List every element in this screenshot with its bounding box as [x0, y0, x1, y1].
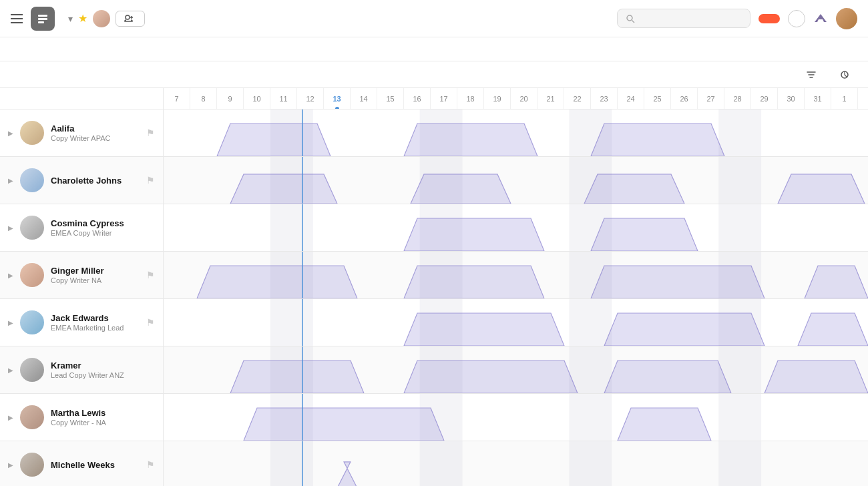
person-details-jack: Jack EdwardsEMEA Marketing Lead [51, 313, 140, 332]
person-name-michelle: Michelle Weeks [51, 460, 140, 470]
expand-icon-kramer[interactable]: ▶ [8, 367, 13, 374]
search-input[interactable] [639, 13, 732, 23]
expand-icon-ginger[interactable]: ▶ [8, 272, 13, 279]
date-cell-9: 9 [217, 88, 244, 109]
person-details-cosmina: Cosmina CypressEMEA Copy Writer [51, 218, 155, 237]
person-role-kramer: Lead Copy Writer ANZ [51, 371, 155, 379]
avatar-jack [20, 310, 44, 334]
svg-rect-0 [38, 15, 47, 17]
person-row-martha: ▶Martha LewisCopy Writer - NA [0, 394, 868, 441]
avatar-cosmina [20, 216, 44, 240]
person-row-kramer: ▶KramerLead Copy Writer ANZ [0, 346, 868, 394]
person-name-ginger: Ginger Miller [51, 266, 140, 276]
color-button[interactable] [835, 67, 857, 82]
person-info-michelle[interactable]: ▶Michelle Weeks⚑ [0, 441, 164, 486]
person-info-martha[interactable]: ▶Martha LewisCopy Writer - NA [0, 394, 164, 441]
workload-chart-aalifa [164, 109, 868, 156]
svg-rect-45 [569, 441, 612, 486]
date-cell-23: 23 [591, 88, 618, 109]
date-cell-30: 30 [778, 88, 805, 109]
date-cell-21: 21 [537, 88, 564, 109]
avatar-ginger [20, 263, 44, 287]
rows-container[interactable]: ▶AalifaCopy Writer APAC⚑▶Charolette John… [0, 109, 868, 486]
flag-icon-jack: ⚑ [146, 317, 155, 328]
date-header-dates: 7891011121314151617181920212223242526272… [164, 88, 868, 109]
person-name-jack: Jack Edwards [51, 313, 140, 323]
date-cell-11: 11 [270, 88, 297, 109]
favorite-star-icon[interactable]: ★ [78, 12, 87, 25]
person-row-charolette: ▶Charolette Johns⚑ [0, 157, 868, 204]
color-icon [840, 70, 849, 79]
person-role-cosmina: EMEA Copy Writer [51, 229, 155, 237]
avatar-kramer [20, 358, 44, 382]
join-button[interactable] [116, 11, 145, 27]
expand-icon-martha[interactable]: ▶ [8, 414, 13, 421]
app-header: ▾ ★ [0, 0, 868, 37]
workload-chart-kramer [164, 346, 868, 393]
person-info-cosmina[interactable]: ▶Cosmina CypressEMEA Copy Writer [0, 204, 164, 251]
title-chevron-icon[interactable]: ▾ [68, 13, 73, 24]
date-cell-14: 14 [351, 88, 377, 109]
svg-rect-43 [270, 441, 313, 486]
svg-rect-18 [270, 204, 313, 251]
date-cell-18: 18 [457, 88, 484, 109]
date-cell-22: 22 [564, 88, 591, 109]
workload-chart-charolette [164, 157, 868, 204]
filter-button[interactable] [801, 67, 824, 82]
svg-point-4 [627, 15, 632, 21]
expand-icon-aalifa[interactable]: ▶ [8, 130, 13, 137]
today-button[interactable] [758, 72, 769, 77]
person-info-charolette[interactable]: ▶Charolette Johns⚑ [0, 157, 164, 204]
avatar-charolette [20, 168, 44, 192]
toolbar [0, 61, 868, 88]
help-button[interactable] [788, 10, 805, 27]
person-details-aalifa: AalifaCopy Writer APAC [51, 124, 140, 142]
svg-point-3 [126, 15, 130, 19]
date-cell-10: 10 [244, 88, 270, 109]
zoom-button[interactable] [780, 72, 791, 77]
new-button[interactable] [758, 14, 780, 23]
expand-icon-charolette[interactable]: ▶ [8, 177, 13, 184]
person-name-cosmina: Cosmina Cypress [51, 218, 155, 228]
person-role-aalifa: Copy Writer APAC [51, 134, 140, 142]
svg-rect-11 [718, 109, 761, 156]
person-info-aalifa[interactable]: ▶AalifaCopy Writer APAC⚑ [0, 109, 164, 156]
person-details-charolette: Charolette Johns [51, 176, 140, 186]
svg-rect-21 [718, 204, 761, 251]
user-avatar[interactable] [836, 8, 857, 29]
filter-icon [807, 70, 816, 79]
hamburger-icon[interactable] [11, 14, 23, 23]
person-details-ginger: Ginger MillerCopy Writer NA [51, 266, 140, 284]
svg-rect-35 [569, 346, 612, 393]
person-name-charolette: Charolette Johns [51, 176, 140, 186]
person-row-aalifa: ▶AalifaCopy Writer APAC⚑ [0, 109, 868, 157]
flag-icon-michelle: ⚑ [146, 459, 155, 470]
search-icon [626, 14, 635, 23]
person-row-ginger: ▶Ginger MillerCopy Writer NA⚑ [0, 252, 868, 299]
search-bar[interactable] [617, 9, 750, 28]
avatar-michelle [20, 453, 44, 477]
date-cell-29: 29 [751, 88, 778, 109]
person-info-kramer[interactable]: ▶KramerLead Copy Writer ANZ [0, 346, 164, 393]
date-cell-16: 16 [404, 88, 431, 109]
person-details-martha: Martha LewisCopy Writer - NA [51, 408, 155, 427]
person-row-michelle: ▶Michelle Weeks⚑ [0, 441, 868, 486]
person-role-jack: EMEA Marketing Lead [51, 324, 140, 332]
workload-chart-jack [164, 299, 868, 346]
date-cell-26: 26 [671, 88, 698, 109]
person-info-ginger[interactable]: ▶Ginger MillerCopy Writer NA⚑ [0, 252, 164, 298]
svg-rect-2 [38, 21, 44, 23]
svg-rect-46 [718, 441, 761, 486]
person-name-martha: Martha Lewis [51, 408, 155, 418]
expand-icon-jack[interactable]: ▶ [8, 319, 13, 326]
flag-icon-ginger: ⚑ [146, 270, 155, 280]
expand-icon-michelle[interactable]: ▶ [8, 461, 13, 469]
person-info-jack[interactable]: ▶Jack EdwardsEMEA Marketing Lead⚑ [0, 299, 164, 346]
date-cell-1: 1 [831, 88, 858, 109]
svg-rect-40 [569, 394, 612, 441]
date-cell-28: 28 [724, 88, 751, 109]
person-details-michelle: Michelle Weeks [51, 460, 140, 470]
expand-icon-cosmina[interactable]: ▶ [8, 224, 13, 232]
svg-rect-44 [420, 441, 463, 486]
person-role-martha: Copy Writer - NA [51, 419, 155, 427]
